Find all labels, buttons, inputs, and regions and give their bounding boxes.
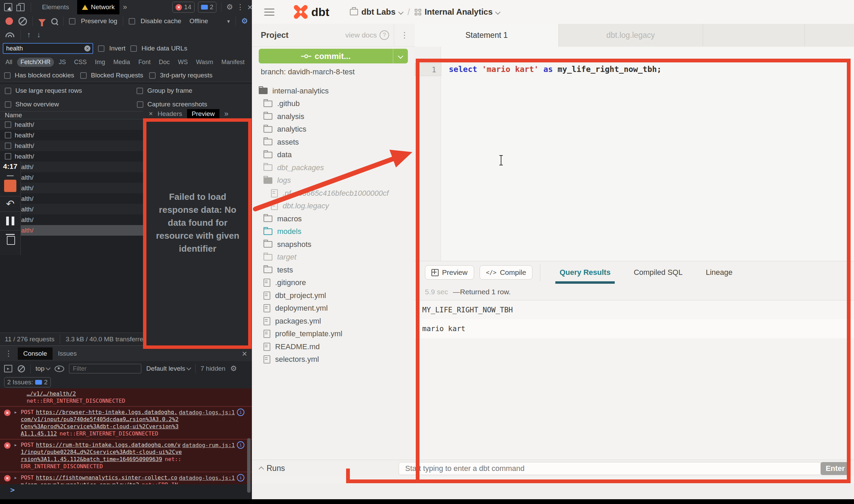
request-row[interactable]: alth/	[0, 183, 143, 193]
context-selector[interactable]: top	[35, 365, 50, 372]
kebab-menu-icon[interactable]: ⋮	[237, 3, 244, 12]
filter-chip[interactable]: WS	[174, 58, 191, 67]
filter-chip[interactable]: JS	[55, 58, 69, 67]
tree-item[interactable]: logs	[252, 174, 415, 187]
disclosure-icon[interactable]: ▸	[14, 409, 17, 416]
disable-cache-checkbox[interactable]	[129, 18, 135, 25]
filter-chip[interactable]: Media	[110, 58, 133, 67]
tree-item[interactable]: dbt_project.yml	[252, 289, 415, 302]
export-har-icon[interactable]: ↓	[37, 30, 41, 39]
search-icon[interactable]	[51, 18, 58, 25]
console-error[interactable]: ▸ POSThttps://fishtownanalytics.sinter-c…	[0, 472, 252, 484]
throttle-icon[interactable]	[5, 32, 14, 37]
filter-funnel-icon[interactable]	[38, 19, 46, 24]
enter-button[interactable]: Enter	[821, 462, 850, 475]
clear-console-icon[interactable]	[18, 365, 25, 372]
compile-button[interactable]: </> Compile	[480, 265, 533, 280]
tree-item[interactable]: analysis	[252, 110, 415, 123]
preserve-log-checkbox[interactable]	[69, 18, 75, 25]
request-row[interactable]: alth/	[0, 204, 143, 214]
dropdown-caret-icon[interactable]: ▾	[227, 18, 230, 25]
filter-chip[interactable]: Manifest	[218, 58, 248, 67]
tab-headers[interactable]: Headers	[158, 110, 182, 118]
more-detail-tabs-icon[interactable]: »	[224, 109, 228, 118]
tree-item[interactable]: .github	[252, 98, 415, 110]
request-row[interactable]: alth/	[0, 162, 143, 172]
live-expression-icon[interactable]	[55, 366, 64, 372]
filter-chip[interactable]: All	[2, 58, 16, 67]
gear-icon[interactable]: ⚙	[226, 3, 233, 12]
error-url-link[interactable]: …/v1/…/health/2	[27, 390, 76, 397]
has-blocked-cookies-checkbox[interactable]	[4, 72, 11, 79]
dbt-command-input[interactable]	[399, 462, 821, 475]
invert-checkbox[interactable]	[98, 45, 104, 52]
network-conditions-gear-icon[interactable]: ⚙	[241, 17, 248, 26]
tab-preview[interactable]: Preview	[187, 109, 220, 119]
console-error[interactable]: ▸ POSThttps://browser-http-intake.logs.d…	[0, 406, 252, 439]
trash-icon[interactable]	[7, 236, 14, 245]
third-party-checkbox[interactable]	[149, 72, 156, 79]
log-levels-selector[interactable]: Default levels	[146, 365, 190, 372]
editor-tab-active[interactable]: Statement 1	[415, 24, 559, 47]
org-selector[interactable]: dbt Labs	[350, 7, 403, 17]
tree-item[interactable]: .nf…c3665c416bfecb1000000cf	[252, 187, 415, 200]
tab-network[interactable]: Network	[77, 0, 119, 14]
inspect-icon[interactable]	[4, 3, 12, 11]
pen-size-indicator[interactable]	[7, 175, 14, 176]
tab-issues[interactable]: Issues	[58, 350, 77, 357]
console-error[interactable]: …/v1/…/health/2 net::ERR_INTERNET_DISCON…	[0, 388, 252, 406]
tab-console[interactable]: Console	[18, 347, 53, 360]
request-row[interactable]: health/	[0, 151, 143, 162]
tab-query-results[interactable]: Query Results	[559, 261, 610, 284]
console-settings-gear-icon[interactable]: ⚙	[230, 364, 237, 373]
info-icon[interactable]	[237, 441, 244, 449]
undo-icon[interactable]: ↶	[0, 196, 20, 211]
pause-icon[interactable]	[6, 217, 14, 225]
tree-item[interactable]: packages.yml	[252, 315, 415, 328]
disclosure-icon[interactable]: ▸	[14, 441, 17, 448]
preview-button[interactable]: Preview	[425, 265, 474, 280]
tree-item-root[interactable]: internal-analytics	[252, 85, 415, 98]
clear-filter-icon[interactable]: ×	[84, 45, 90, 51]
pen-color-swatch[interactable]	[4, 180, 16, 192]
error-url-link[interactable]: https://rum-http-intake.logs.datadoghq.c…	[21, 442, 182, 462]
tree-item[interactable]: target	[252, 251, 415, 264]
group-by-frame-checkbox[interactable]	[137, 88, 143, 94]
drawer-kebab-icon[interactable]: ⋮	[5, 349, 12, 358]
request-row[interactable]: alth/	[0, 172, 143, 183]
tree-item[interactable]: tests	[252, 264, 415, 277]
error-source-link[interactable]: datadog-logs.js:1	[179, 474, 235, 481]
console-scrollbar[interactable]	[247, 438, 251, 493]
console-prompt[interactable]: >	[10, 486, 15, 494]
import-har-icon[interactable]: ↑	[27, 30, 31, 39]
request-row[interactable]: alth/	[0, 193, 143, 204]
editor-tab-inactive[interactable]: dbt.log.legacy	[558, 24, 703, 47]
console-error[interactable]: ▸ POSThttps://rum-http-intake.logs.datad…	[0, 439, 252, 472]
close-drawer-icon[interactable]: ×	[242, 349, 247, 359]
error-source-link[interactable]: datadog-rum.js:1	[182, 442, 235, 449]
show-overview-checkbox[interactable]	[5, 101, 11, 108]
info-icon[interactable]	[237, 474, 244, 481]
tree-item-models[interactable]: models	[252, 225, 415, 238]
capture-screenshots-checkbox[interactable]	[137, 101, 143, 108]
name-column-header[interactable]: Name	[0, 112, 143, 119]
results-data-row[interactable]: mario kart	[415, 319, 854, 339]
tree-item[interactable]: dbt_packages	[252, 161, 415, 174]
request-row[interactable]: health/	[0, 130, 143, 140]
tree-item[interactable]: dbt.log.legacy	[252, 200, 415, 213]
tab-lineage[interactable]: Lineage	[706, 268, 732, 277]
filter-chip[interactable]: CSS	[71, 58, 90, 67]
clear-icon[interactable]	[18, 17, 27, 26]
large-rows-checkbox[interactable]	[5, 88, 11, 94]
filter-chip[interactable]: Font	[135, 58, 154, 67]
console-filter-input[interactable]	[69, 364, 141, 373]
record-icon[interactable]	[5, 17, 13, 25]
hide-data-urls-checkbox[interactable]	[130, 45, 137, 52]
tab-compiled-sql[interactable]: Compiled SQL	[634, 268, 683, 277]
runs-toggle[interactable]: Runs	[259, 464, 285, 473]
tree-item[interactable]: selectors.yml	[252, 353, 415, 366]
filter-chip-selected[interactable]: Fetch/XHR	[17, 58, 54, 67]
info-icon[interactable]	[237, 409, 244, 416]
request-row[interactable]: health/	[0, 119, 143, 130]
tree-item[interactable]: macros	[252, 212, 415, 225]
